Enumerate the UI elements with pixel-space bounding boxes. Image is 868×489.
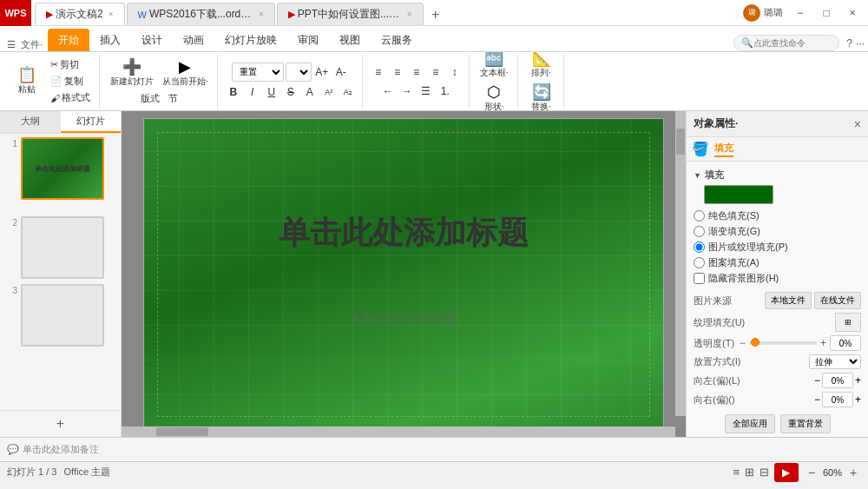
offset-right-plus[interactable]: + bbox=[855, 393, 861, 406]
slide-title-placeholder[interactable]: 单击此处添加标题 bbox=[279, 212, 529, 254]
from-start-button[interactable]: ▶ 从当前开始· bbox=[159, 57, 212, 89]
local-file-button[interactable]: 本地文件 bbox=[765, 292, 812, 309]
offset-right-input[interactable] bbox=[822, 392, 853, 407]
offset-left-plus[interactable]: + bbox=[855, 374, 861, 387]
transparency-plus[interactable]: + bbox=[820, 337, 826, 349]
line-spacing-button[interactable]: ↕ bbox=[446, 63, 464, 81]
align-right-button[interactable]: ≡ bbox=[408, 63, 425, 81]
slide-subtitle-placeholder[interactable]: 单击此处添加副标题 bbox=[349, 311, 458, 327]
copy-button[interactable]: 📄 复制 bbox=[47, 74, 94, 89]
tab3-close-icon[interactable]: × bbox=[407, 10, 412, 19]
zoom-plus-button[interactable]: + bbox=[845, 465, 861, 480]
slide-canvas[interactable]: 单击此处添加标题 单击此处添加副标题 bbox=[143, 118, 664, 431]
transparency-slider[interactable] bbox=[749, 341, 817, 345]
new-slide-button[interactable]: ➕ 新建幻灯片 bbox=[107, 57, 157, 89]
tab-close-icon[interactable]: × bbox=[108, 10, 114, 19]
tab-ppt1[interactable]: ▶ 演示文稿2 × bbox=[35, 3, 125, 25]
bold-button[interactable]: B bbox=[225, 83, 242, 101]
slide-item-3[interactable]: 3 bbox=[3, 284, 117, 347]
ribbon-tab-view[interactable]: 视图 bbox=[329, 29, 371, 51]
offset-right-minus[interactable]: − bbox=[814, 393, 820, 406]
minimize-button[interactable]: − bbox=[788, 3, 812, 23]
section-button[interactable]: 节 bbox=[165, 91, 181, 106]
ribbon-tab-review[interactable]: 审阅 bbox=[287, 29, 329, 51]
texture-picker[interactable]: ⊞ bbox=[835, 313, 861, 332]
list-button[interactable]: ☰ bbox=[418, 83, 435, 100]
shape-button[interactable]: ⬡ 形状· bbox=[478, 83, 510, 112]
align-left-button[interactable]: ≡ bbox=[370, 63, 387, 81]
fill-icon[interactable]: 🪣 bbox=[692, 141, 709, 157]
slide-item-2[interactable]: 2 bbox=[3, 216, 117, 279]
transparency-minus[interactable]: − bbox=[740, 337, 746, 349]
fill-color-preview[interactable] bbox=[704, 185, 773, 204]
strikethrough-button[interactable]: S bbox=[282, 83, 299, 101]
horizontal-scrollbar[interactable] bbox=[122, 426, 675, 437]
slides-tab[interactable]: 幻灯片 bbox=[61, 111, 122, 133]
tab2-close-icon[interactable]: × bbox=[259, 10, 264, 19]
apply-all-button[interactable]: 全部应用 bbox=[725, 414, 775, 433]
font-color-button[interactable]: A bbox=[301, 83, 319, 101]
view-grid-icon[interactable]: ⊟ bbox=[760, 466, 769, 479]
slide-item-1[interactable]: 1 单击此处添加标题 bbox=[3, 137, 117, 211]
file-menu[interactable]: 文件· bbox=[21, 38, 43, 51]
replace-button[interactable]: 🔄 替换· bbox=[526, 83, 557, 112]
text-box-button[interactable]: 🔤 文本框· bbox=[477, 52, 512, 81]
online-file-button[interactable]: 在线文件 bbox=[814, 292, 861, 309]
subscript-button[interactable]: A₂ bbox=[339, 83, 357, 101]
ribbon-tab-animation[interactable]: 动画 bbox=[173, 29, 214, 51]
indent-less-button[interactable]: ← bbox=[379, 83, 397, 100]
font-size-select[interactable]: 0 bbox=[286, 63, 312, 82]
search-input[interactable] bbox=[753, 38, 832, 48]
ribbon-tab-insert[interactable]: 插入 bbox=[89, 29, 131, 51]
more-icon[interactable]: ··· bbox=[856, 37, 865, 50]
transparency-input[interactable] bbox=[830, 335, 861, 351]
hide-bg-checkbox[interactable] bbox=[694, 273, 705, 284]
font-name-select[interactable]: 重置 bbox=[232, 63, 284, 82]
rp-close-button[interactable]: × bbox=[854, 117, 861, 131]
underline-button[interactable]: U bbox=[263, 83, 280, 101]
slideshow-play-button[interactable]: ▶ bbox=[774, 463, 799, 482]
add-tab-button[interactable]: + bbox=[425, 4, 446, 25]
offset-left-input[interactable] bbox=[822, 373, 853, 388]
no-fill-radio[interactable] bbox=[694, 210, 705, 221]
ribbon-tab-slideshow[interactable]: 幻灯片放映 bbox=[214, 29, 287, 51]
font-shrink-button[interactable]: A- bbox=[332, 63, 350, 81]
italic-button[interactable]: I bbox=[244, 83, 261, 101]
vscroll-thumb[interactable] bbox=[676, 129, 685, 155]
menu-icon[interactable]: ☰ bbox=[7, 39, 16, 50]
paste-button[interactable]: 📋 粘贴 bbox=[9, 65, 45, 97]
align-center-button[interactable]: ≡ bbox=[389, 63, 406, 81]
cut-button[interactable]: ✂ 剪切 bbox=[47, 57, 94, 72]
gradient-fill-radio[interactable] bbox=[694, 226, 705, 237]
num-list-button[interactable]: 1. bbox=[437, 83, 454, 100]
ribbon-tab-cloud[interactable]: 云服务 bbox=[371, 29, 423, 51]
font-grow-button[interactable]: A+ bbox=[313, 63, 331, 81]
notes-placeholder[interactable]: 单击此处添加备注 bbox=[23, 443, 99, 456]
reset-button[interactable]: 重置背景 bbox=[780, 414, 831, 433]
transparency-thumb[interactable] bbox=[751, 338, 760, 347]
placement-select[interactable]: 拉伸 bbox=[809, 354, 861, 369]
offset-left-minus[interactable]: − bbox=[814, 374, 820, 387]
maximize-button[interactable]: □ bbox=[814, 3, 838, 23]
help-icon[interactable]: ? bbox=[846, 37, 852, 50]
picture-fill-radio[interactable] bbox=[694, 241, 705, 253]
hscroll-thumb[interactable] bbox=[156, 427, 208, 436]
tab-wps2016[interactable]: W WPS2016下载...ord学习和分享平台 × bbox=[127, 3, 275, 25]
pattern-fill-radio[interactable] bbox=[694, 257, 705, 268]
ribbon-tab-design[interactable]: 设计 bbox=[131, 29, 173, 51]
close-button[interactable]: × bbox=[840, 3, 865, 23]
layout-button[interactable]: 版式 bbox=[137, 91, 163, 106]
format-painter-button[interactable]: 🖌 格式式 bbox=[47, 90, 94, 105]
justify-button[interactable]: ≡ bbox=[427, 63, 444, 81]
view-slides-icon[interactable]: ⊞ bbox=[745, 466, 754, 479]
view-outline-icon[interactable]: ≡ bbox=[733, 466, 740, 479]
ribbon-tab-start[interactable]: 开始 bbox=[48, 29, 89, 51]
add-slide-button[interactable]: + bbox=[0, 410, 121, 437]
indent-more-button[interactable]: → bbox=[398, 83, 416, 100]
outline-tab[interactable]: 大纲 bbox=[0, 111, 61, 133]
zoom-minus-button[interactable]: − bbox=[804, 465, 819, 480]
arrange-button[interactable]: 📐 排列· bbox=[526, 52, 557, 81]
vertical-scrollbar[interactable] bbox=[675, 111, 686, 416]
tab-ppt2[interactable]: ▶ PPT中如何设置图...设计-WPS演示- × bbox=[277, 3, 424, 25]
superscript-button[interactable]: A² bbox=[320, 83, 338, 101]
